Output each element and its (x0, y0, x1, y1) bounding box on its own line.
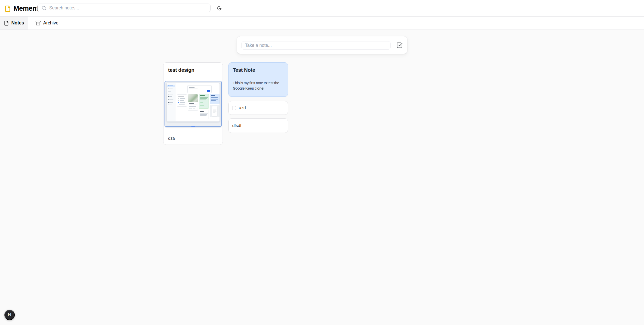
check-square-icon (396, 42, 403, 49)
thumbnail-blue-card (210, 94, 220, 104)
search-bar (37, 4, 211, 12)
app-logo: Memento (4, 5, 43, 12)
note-card-dfsdf[interactable]: dfsdf (228, 118, 288, 133)
theme-toggle-button[interactable] (215, 4, 224, 13)
avatar-initial: N (8, 312, 11, 318)
note-card-test-note[interactable]: Test Note This is my first note to test … (228, 62, 288, 97)
take-a-note-input[interactable] (241, 41, 391, 50)
archive-icon (35, 20, 41, 26)
note-card-azd[interactable]: azd (228, 101, 288, 115)
new-checklist-button[interactable] (395, 41, 404, 50)
note-card-test-design[interactable]: test design (163, 62, 223, 145)
user-avatar[interactable]: N (4, 310, 15, 320)
tab-archive[interactable]: Archive (28, 17, 66, 30)
file-icon (4, 5, 11, 12)
notes-grid: test design (163, 62, 288, 145)
notes-column-1: test design (163, 62, 223, 145)
tab-bar: Notes Archive (0, 16, 644, 30)
notes-column-2: Test Note This is my first note to test … (228, 62, 288, 133)
note-composer (237, 36, 407, 54)
note-title: Test Note (233, 67, 284, 73)
checklist-checkbox[interactable] (232, 106, 236, 110)
image-resize-handle[interactable] (191, 126, 195, 127)
moon-icon (217, 6, 222, 11)
tab-notes[interactable]: Notes (0, 17, 28, 30)
note-image-thumbnail[interactable] (165, 81, 222, 127)
checklist-item-label: azd (239, 105, 246, 110)
tab-archive-label: Archive (43, 20, 58, 26)
thumbnail-checklist-card (177, 94, 187, 107)
search-icon (42, 6, 46, 10)
memento-app: Memento Notes Archive (0, 0, 644, 325)
search-input[interactable] (46, 4, 210, 12)
note-body: dfsdf (232, 123, 241, 128)
thumbnail-white-card (199, 110, 209, 119)
thumbnail-phone-mockup (210, 105, 220, 117)
thumbnail-photo-card (188, 94, 198, 111)
note-title: test design (163, 67, 223, 73)
file-icon (4, 21, 9, 26)
app-header: Memento (0, 0, 644, 16)
thumbnail-green-card (199, 94, 209, 109)
note-body: dza (163, 136, 223, 141)
thumbnail-app-window (167, 83, 220, 122)
tab-notes-label: Notes (11, 20, 24, 26)
note-body: This is my first note to test the Google… (233, 80, 284, 91)
thumbnail-composer (187, 85, 212, 93)
thumbnail-sidebar (167, 83, 175, 121)
